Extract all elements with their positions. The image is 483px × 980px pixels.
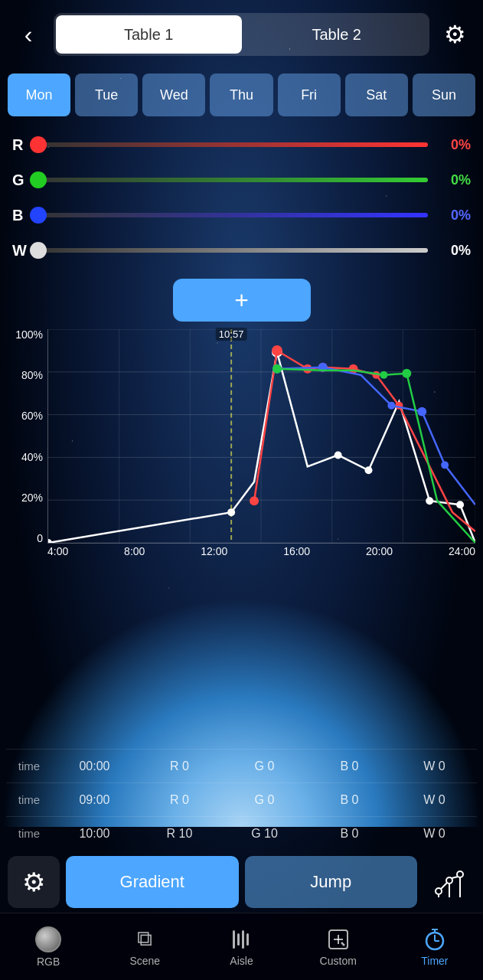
- slider-g-track[interactable]: [38, 178, 428, 182]
- gear-icon: ⚙: [444, 20, 466, 49]
- chart-type-icon: [432, 867, 466, 897]
- svg-point-32: [273, 364, 282, 374]
- nav-aisle[interactable]: Aisle: [193, 913, 289, 980]
- y-label-60: 60%: [21, 410, 43, 421]
- time-indicator-label: 10:57: [216, 328, 247, 341]
- slider-b-track[interactable]: [38, 213, 428, 217]
- svg-point-34: [402, 369, 411, 378]
- table-row[interactable]: time 09:00 R 0 G 0 B 0 W 0: [6, 782, 477, 816]
- svg-point-18: [426, 497, 433, 505]
- day-sun[interactable]: Sun: [413, 74, 475, 116]
- row3-r: R 10: [137, 827, 222, 841]
- chart-container: 100% 80% 60% 40% 20% 0: [8, 329, 475, 567]
- row3-b: B 0: [307, 827, 392, 841]
- x-label-2000: 20:00: [366, 545, 393, 567]
- row2-r: R 0: [137, 793, 222, 807]
- slider-g-thumb[interactable]: [30, 172, 47, 188]
- row2-b: B 0: [307, 793, 392, 807]
- jump-button[interactable]: Jump: [245, 856, 418, 908]
- nav-aisle-label: Aisle: [230, 955, 253, 967]
- day-sat[interactable]: Sat: [345, 74, 408, 116]
- row2-label: time: [6, 793, 52, 806]
- slider-r-label: R: [12, 136, 31, 154]
- x-label-2400: 24:00: [449, 545, 475, 567]
- bottom-controls: ⚙ Gradient Jump: [0, 850, 483, 913]
- tab-table1[interactable]: Table 1: [56, 15, 242, 54]
- slider-r-track[interactable]: [38, 142, 428, 147]
- table-row[interactable]: time 10:00 R 10 G 10 B 0 W 0: [6, 816, 477, 850]
- nav-scene-label: Scene: [129, 955, 160, 967]
- svg-rect-46: [246, 933, 249, 946]
- gradient-label: Gradient: [120, 872, 184, 892]
- row3-g: G 10: [222, 827, 307, 841]
- slider-w-row: W 0%: [12, 233, 471, 268]
- nav-custom[interactable]: Custom: [290, 913, 387, 980]
- settings-control-button[interactable]: ⚙: [8, 856, 60, 908]
- svg-point-17: [365, 466, 373, 474]
- svg-point-30: [417, 407, 426, 416]
- row1-b: B 0: [307, 760, 392, 773]
- day-wed[interactable]: Wed: [142, 74, 205, 116]
- chart-icon-button[interactable]: [423, 856, 475, 908]
- chart-y-labels: 100% 80% 60% 40% 20% 0: [8, 329, 47, 544]
- rgb-knob-icon: [35, 926, 61, 952]
- y-label-80: 80%: [21, 370, 43, 381]
- back-icon: ‹: [24, 21, 33, 49]
- nav-timer[interactable]: Timer: [387, 913, 483, 980]
- svg-point-29: [387, 402, 395, 410]
- svg-rect-44: [237, 933, 240, 946]
- day-fri[interactable]: Fri: [278, 74, 341, 116]
- x-label-1600: 16:00: [283, 545, 310, 567]
- slider-r-value: 0%: [436, 137, 471, 153]
- row2-time: 09:00: [52, 793, 137, 807]
- svg-point-13: [48, 539, 52, 543]
- svg-point-21: [272, 345, 282, 356]
- add-point-button[interactable]: +: [173, 279, 311, 322]
- nav-scene[interactable]: ⧉ Scene: [96, 913, 193, 980]
- slider-w-thumb[interactable]: [30, 242, 47, 259]
- y-label-20: 20%: [21, 492, 43, 503]
- chart-svg: [48, 329, 475, 543]
- jump-label: Jump: [310, 872, 351, 892]
- row1-time: 00:00: [52, 760, 137, 773]
- back-button[interactable]: ‹: [9, 15, 47, 54]
- settings-button[interactable]: ⚙: [436, 15, 474, 54]
- slider-w-label: W: [12, 242, 31, 260]
- svg-point-19: [456, 501, 464, 508]
- x-label-1200: 12:00: [201, 545, 227, 567]
- slider-b-thumb[interactable]: [30, 207, 47, 224]
- scene-icon: ⧉: [137, 926, 152, 952]
- row3-time: 10:00: [52, 827, 137, 841]
- x-label-800: 8:00: [124, 545, 145, 567]
- days-row: Mon Tue Wed Thu Fri Sat Sun: [0, 69, 483, 121]
- chart-section: 100% 80% 60% 40% 20% 0: [0, 329, 483, 749]
- table-tabs: Table 1 Table 2: [54, 13, 429, 56]
- tab-table2[interactable]: Table 2: [244, 13, 430, 56]
- settings-control-icon: ⚙: [22, 867, 45, 897]
- gradient-button[interactable]: Gradient: [66, 856, 239, 908]
- row1-g: G 0: [222, 760, 307, 773]
- chart-drawing-area[interactable]: 10:57: [47, 329, 475, 544]
- row2-w: W 0: [392, 793, 477, 807]
- svg-rect-45: [242, 930, 244, 949]
- slider-b-value: 0%: [436, 207, 471, 224]
- day-mon[interactable]: Mon: [8, 74, 70, 116]
- svg-line-38: [441, 883, 447, 889]
- nav-rgb-label: RGB: [37, 956, 60, 968]
- slider-w-track[interactable]: [38, 248, 428, 253]
- slider-g-row: G 0%: [12, 162, 471, 198]
- slider-g-value: 0%: [436, 172, 471, 188]
- slider-r-thumb[interactable]: [30, 136, 47, 153]
- add-btn-row: +: [0, 274, 483, 329]
- chart-x-labels: 4:00 8:00 12:00 16:00 20:00 24:00: [47, 545, 475, 567]
- day-thu[interactable]: Thu: [210, 74, 273, 116]
- table-row[interactable]: time 00:00 R 0 G 0 B 0 W 0: [6, 749, 477, 782]
- day-tue[interactable]: Tue: [75, 74, 138, 116]
- nav-rgb[interactable]: RGB: [0, 913, 96, 980]
- row1-r: R 0: [137, 760, 222, 773]
- slider-w-value: 0%: [436, 243, 471, 259]
- svg-line-50: [341, 942, 344, 946]
- row3-w: W 0: [392, 827, 477, 841]
- slider-g-label: G: [12, 172, 31, 189]
- row2-g: G 0: [222, 793, 307, 807]
